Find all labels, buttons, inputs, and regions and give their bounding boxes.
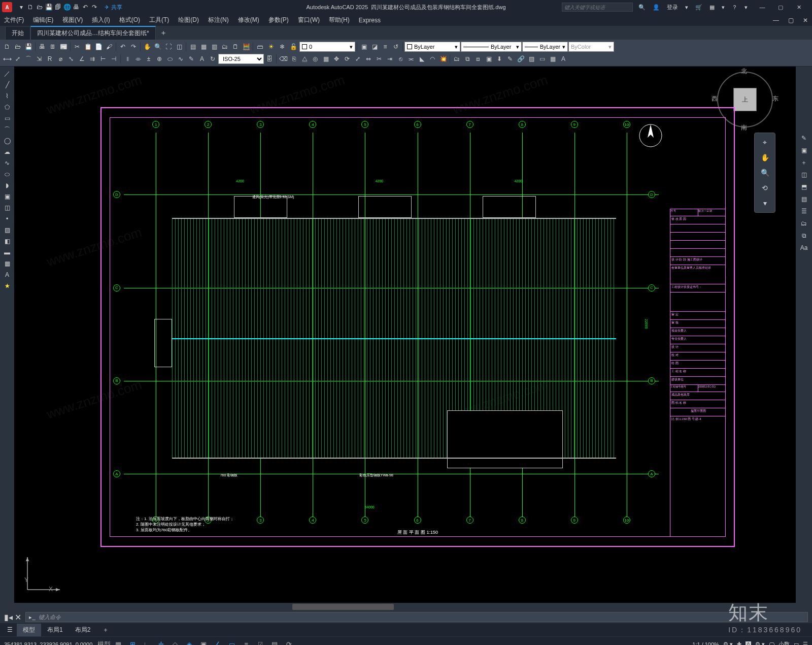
dimbreak-icon[interactable]: ⌯ bbox=[133, 54, 143, 64]
tpy-toggle[interactable]: ⍁ bbox=[254, 639, 267, 646]
lineweight-combo[interactable]: ByLayer▾ bbox=[522, 42, 568, 52]
gradient-icon[interactable]: ◧ bbox=[2, 236, 12, 246]
login-label[interactable]: 登录 bbox=[667, 4, 678, 11]
restore-ribbon-icon[interactable]: ▢ bbox=[788, 17, 794, 24]
dimarc-icon[interactable]: ⌒ bbox=[23, 54, 33, 64]
workspace-icon[interactable]: ⚙ ▾ bbox=[755, 641, 765, 645]
customize-icon[interactable]: ☰ bbox=[803, 641, 808, 645]
dimupd-icon[interactable]: ↻ bbox=[208, 54, 218, 64]
block-icon[interactable]: ▣ bbox=[484, 54, 494, 64]
menu-draw[interactable]: 绘图(D) bbox=[178, 16, 199, 24]
help-icon[interactable]: ？ bbox=[732, 4, 737, 11]
polygon-icon[interactable]: ⬠ bbox=[2, 102, 12, 112]
dimspace-icon[interactable]: ⫴ bbox=[122, 54, 132, 64]
xline-icon[interactable]: ╱ bbox=[2, 80, 12, 90]
matchprop-icon[interactable]: 🖌 bbox=[104, 42, 114, 52]
polar-toggle[interactable]: ✛ bbox=[154, 639, 167, 646]
close-doc-icon[interactable]: ✕ bbox=[803, 17, 808, 24]
erase-icon[interactable]: ⌫ bbox=[278, 54, 288, 64]
open-icon[interactable]: 🗁 bbox=[13, 42, 23, 52]
lock-icon[interactable]: 🔓 bbox=[288, 42, 298, 52]
dcenter-icon[interactable]: ▦ bbox=[198, 42, 209, 52]
annoauto-icon[interactable]: 🅰 bbox=[746, 641, 751, 646]
redo-icon[interactable]: ↷ bbox=[90, 3, 98, 11]
hatch-icon[interactable]: ▨ bbox=[526, 54, 536, 64]
explode-icon[interactable]: 💥 bbox=[438, 54, 448, 64]
app-logo[interactable]: A bbox=[2, 2, 12, 12]
region-icon[interactable]: ▭ bbox=[537, 54, 547, 64]
qnew-icon[interactable]: ▾ bbox=[17, 3, 25, 11]
calc-icon[interactable]: 🧮 bbox=[241, 42, 251, 52]
layerprev-icon[interactable]: ↺ bbox=[391, 42, 401, 52]
layermgr-icon[interactable]: 🗃 bbox=[255, 42, 265, 52]
share-button[interactable]: ✈共享 bbox=[105, 4, 122, 11]
rp-7-icon[interactable]: ☰ bbox=[798, 206, 809, 217]
tab-start[interactable]: 开始 bbox=[5, 27, 30, 40]
rotate-icon[interactable]: ⟳ bbox=[342, 54, 352, 64]
menu-dim[interactable]: 标注(N) bbox=[208, 16, 229, 24]
hatch2-icon[interactable]: ▨ bbox=[2, 225, 12, 235]
sun-on-icon[interactable]: ☀ bbox=[266, 42, 276, 52]
osnap-toggle[interactable]: ◈ bbox=[183, 639, 196, 646]
close-button[interactable]: ✕ bbox=[790, 1, 808, 13]
line-icon[interactable]: ／ bbox=[2, 69, 12, 79]
props-icon[interactable]: ▤ bbox=[188, 42, 198, 52]
tab-model[interactable]: 模型 bbox=[17, 624, 41, 636]
otrack-toggle[interactable]: ∠ bbox=[211, 639, 224, 646]
stretch-icon[interactable]: ⇔ bbox=[363, 54, 374, 64]
iso-toggle[interactable]: ◇ bbox=[168, 639, 182, 646]
menu-modify[interactable]: 修改(M) bbox=[238, 16, 259, 24]
dimlin-icon[interactable]: ⟷ bbox=[2, 54, 12, 64]
ellipsearc-icon[interactable]: ◗ bbox=[2, 180, 12, 190]
revcloud-icon[interactable]: ☁ bbox=[2, 147, 12, 157]
arc-icon[interactable]: ⌒ bbox=[2, 124, 12, 135]
tol-icon[interactable]: ± bbox=[144, 54, 154, 64]
grid-toggle[interactable]: ▦ bbox=[112, 639, 125, 646]
qprops-toggle[interactable]: ▤ bbox=[268, 639, 281, 646]
search-icon[interactable]: 🔍 bbox=[638, 4, 646, 11]
3dosnap-toggle[interactable]: ▣ bbox=[197, 639, 210, 646]
joglin-icon[interactable]: ∿ bbox=[176, 54, 186, 64]
search-input[interactable] bbox=[562, 3, 633, 12]
layeroff-icon[interactable]: ◪ bbox=[369, 42, 380, 52]
menu-file[interactable]: 文件(F) bbox=[4, 16, 24, 24]
copy-obj-icon[interactable]: ⎘ bbox=[289, 54, 299, 64]
menu-format[interactable]: 格式(O) bbox=[119, 16, 140, 24]
center-icon[interactable]: ⊕ bbox=[154, 54, 164, 64]
pan2-icon[interactable]: ✋ bbox=[758, 151, 772, 164]
dimjog-icon[interactable]: ⤡ bbox=[66, 54, 76, 64]
modelspace-button[interactable]: 模型 bbox=[97, 639, 111, 646]
selcyc-toggle[interactable]: ⟳ bbox=[282, 639, 295, 646]
restore-button[interactable]: ▢ bbox=[771, 1, 790, 13]
freeze-icon[interactable]: ❄ bbox=[277, 42, 287, 52]
dimord-icon[interactable]: ⇲ bbox=[34, 54, 44, 64]
mirror-icon[interactable]: ⧋ bbox=[299, 54, 310, 64]
new-icon[interactable]: 🗋 bbox=[2, 42, 12, 52]
annoscale-readout[interactable]: 1:1 / 100% bbox=[692, 641, 719, 646]
minimize-button[interactable]: ― bbox=[753, 1, 771, 13]
circle-icon[interactable]: ◯ bbox=[2, 136, 12, 146]
rp-8-icon[interactable]: 🗂 bbox=[798, 218, 809, 229]
color-combo[interactable]: ByLayer▾ bbox=[404, 42, 460, 52]
cart-icon[interactable]: 🛒 bbox=[695, 4, 702, 11]
layout-add-button[interactable]: ＋ bbox=[96, 624, 115, 636]
zoomwin-icon[interactable]: ◫ bbox=[174, 42, 184, 52]
new-icon[interactable]: 🗋 bbox=[26, 3, 35, 11]
sheetset-icon[interactable]: 🗂 bbox=[220, 42, 230, 52]
makeblk-icon[interactable]: ◫ bbox=[2, 203, 12, 213]
mtext-icon[interactable]: A bbox=[558, 54, 568, 64]
min-ribbon-icon[interactable]: ― bbox=[773, 17, 779, 24]
rp-6-icon[interactable]: ▤ bbox=[798, 194, 809, 205]
dimedit-icon[interactable]: ✎ bbox=[186, 54, 196, 64]
drawing-canvas[interactable]: www.znzmo.com www.znzmo.com www.znzmo.co… bbox=[14, 67, 796, 603]
publish-icon[interactable]: 📰 bbox=[58, 42, 69, 52]
orbit-icon[interactable]: ⟲ bbox=[758, 182, 772, 194]
paste-icon[interactable]: 📄 bbox=[93, 42, 104, 52]
showmo-icon[interactable]: ▾ bbox=[758, 197, 772, 209]
join-icon[interactable]: ⫘ bbox=[406, 54, 416, 64]
plot-icon[interactable]: 🖶 bbox=[72, 3, 80, 11]
qdim-icon[interactable]: ⇉ bbox=[87, 54, 97, 64]
rp-3-icon[interactable]: ＋ bbox=[798, 157, 809, 168]
addsel-icon[interactable]: ★ bbox=[2, 281, 12, 291]
offset-icon[interactable]: ◎ bbox=[310, 54, 320, 64]
